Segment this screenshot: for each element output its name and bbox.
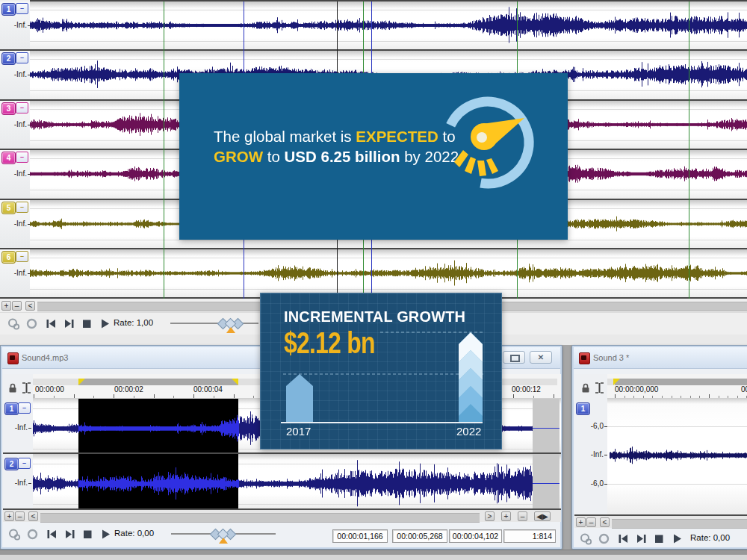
track-number-tab[interactable]: 6 bbox=[1, 251, 16, 264]
scroll-button-2[interactable]: – bbox=[586, 517, 596, 527]
minimize-track-button[interactable]: – bbox=[16, 152, 28, 163]
ruler-label: 00:00:00 bbox=[35, 385, 64, 393]
loop-start-marker[interactable] bbox=[613, 379, 620, 385]
growth-title: INCREMENTAL GROWTH bbox=[284, 308, 465, 326]
minimize-track-button[interactable]: – bbox=[16, 251, 28, 262]
track-zoom-button-1[interactable]: + bbox=[1, 301, 11, 311]
time-display-box: 00:00:05,268 bbox=[392, 529, 447, 543]
skip-end-button[interactable] bbox=[63, 317, 75, 330]
scroll-button-3[interactable]: < bbox=[28, 511, 38, 521]
timeline-ruler[interactable]: 00:00:00,00000:00:00,500 bbox=[607, 374, 747, 399]
market-text-segment: USD 6.25 billion bbox=[285, 148, 400, 165]
horizontal-scrollbar[interactable] bbox=[612, 519, 747, 529]
minimize-track-button[interactable]: – bbox=[18, 402, 31, 414]
market-text-segment: to bbox=[263, 148, 285, 165]
loop-region-bar[interactable] bbox=[615, 379, 747, 385]
skip-start-button[interactable] bbox=[46, 528, 58, 541]
ruler-label: 00:00:02 bbox=[114, 385, 143, 393]
track-header: 4–-Inf. bbox=[0, 150, 31, 198]
ruler-label: 00:00:12 bbox=[512, 385, 541, 393]
skip-start-button[interactable] bbox=[617, 532, 630, 545]
track-lane[interactable] bbox=[30, 249, 747, 297]
rate-marker-triangle[interactable] bbox=[226, 327, 235, 333]
record-button[interactable] bbox=[26, 528, 39, 541]
edit-marker-tool-icon[interactable] bbox=[594, 382, 605, 397]
scroll-button-1[interactable]: + bbox=[576, 517, 586, 527]
track-level-label: -Inf. bbox=[0, 169, 27, 178]
minimize-track-button[interactable]: – bbox=[16, 102, 28, 113]
lock-icon[interactable] bbox=[580, 382, 591, 397]
app-status-bar-lower bbox=[0, 555, 747, 560]
stop-button[interactable] bbox=[653, 532, 666, 545]
edit-marker-tool-icon[interactable] bbox=[21, 382, 32, 397]
track-number-tab[interactable]: 1 bbox=[576, 402, 590, 415]
track-level-label: -Inf. bbox=[0, 269, 27, 277]
waveform-sound4-track-2[interactable] bbox=[33, 460, 533, 508]
track-zoom-button-3[interactable]: < bbox=[25, 301, 35, 311]
track-number-tab[interactable]: 1 bbox=[4, 402, 19, 415]
loop-end-marker[interactable] bbox=[232, 379, 238, 385]
lock-icon[interactable] bbox=[7, 382, 18, 397]
stop-button[interactable] bbox=[81, 528, 94, 541]
axis-level-label: -6,0 bbox=[572, 422, 604, 430]
track-number-tab[interactable]: 2 bbox=[4, 458, 19, 470]
track-header: 6–-Inf. bbox=[0, 249, 31, 297]
market-overlay-panel: The global market is EXPECTED to GROW to… bbox=[179, 73, 568, 240]
record-ready-button[interactable] bbox=[8, 528, 21, 541]
track-header: 1–-Inf. bbox=[0, 1, 31, 49]
rate-slider-track[interactable] bbox=[170, 323, 258, 324]
track-row-1: 1–-Inf. bbox=[0, 1, 747, 51]
skip-end-button[interactable] bbox=[63, 528, 76, 541]
track-lane[interactable] bbox=[30, 1, 747, 49]
window-sound3: Sound 3 * 00:00:00,00000:00:00,5001-6,0-… bbox=[571, 345, 747, 550]
loop-region-bar[interactable] bbox=[78, 379, 238, 385]
play-button[interactable] bbox=[671, 532, 684, 545]
rate-marker-triangle[interactable] bbox=[219, 538, 228, 544]
horizontal-scrollbar[interactable] bbox=[40, 513, 480, 523]
record-button[interactable] bbox=[598, 532, 610, 545]
minimize-track-button[interactable]: – bbox=[16, 3, 28, 14]
scroll-button-3[interactable]: < bbox=[600, 517, 610, 527]
stop-button[interactable] bbox=[81, 317, 93, 330]
record-button[interactable] bbox=[25, 317, 38, 330]
zoom-button-2[interactable]: + bbox=[501, 511, 511, 521]
scroll-button-1[interactable]: + bbox=[4, 511, 14, 521]
skip-start-button[interactable] bbox=[45, 317, 58, 330]
market-text-segment: GROW bbox=[214, 148, 263, 165]
track-level-label: -Inf. bbox=[1, 423, 28, 432]
minimize-track-button[interactable]: – bbox=[18, 458, 31, 469]
bar-label-2017: 2017 bbox=[286, 425, 311, 438]
growth-value: $2.12 bn bbox=[284, 326, 375, 360]
minimize-track-button[interactable]: – bbox=[16, 202, 28, 213]
scroll-button-2[interactable]: – bbox=[15, 511, 25, 521]
zoom-button-3[interactable]: – bbox=[518, 511, 527, 521]
track-header: 2–-Inf. bbox=[0, 51, 31, 99]
zoom-button-1[interactable]: > bbox=[485, 511, 495, 521]
time-display-box: 00:00:01,166 bbox=[332, 529, 388, 543]
waveform-sound3-track-1[interactable] bbox=[610, 414, 747, 497]
track-zoom-button-2[interactable]: – bbox=[12, 301, 22, 311]
window-body: 00:00:00,00000:00:00,5001-6,0-Inf.-6,0+–… bbox=[572, 346, 747, 549]
play-button[interactable] bbox=[99, 528, 112, 541]
track-number-tab[interactable]: 1 bbox=[1, 3, 16, 16]
loop-start-marker[interactable] bbox=[78, 379, 85, 385]
time-display-box: 00:00:04,102 bbox=[449, 529, 502, 543]
track-number-tab[interactable]: 4 bbox=[1, 152, 16, 164]
record-ready-button[interactable] bbox=[7, 317, 20, 330]
track-level-label: -Inf. bbox=[1, 479, 28, 487]
track-number-tab[interactable]: 3 bbox=[1, 102, 16, 115]
waveform-track-6[interactable] bbox=[30, 254, 747, 293]
speedometer-icon bbox=[442, 88, 554, 202]
ruler-label: 00:00:00,500 bbox=[741, 385, 747, 393]
track-number-tab[interactable]: 5 bbox=[1, 202, 16, 214]
skip-end-button[interactable] bbox=[635, 532, 648, 545]
track-level-label: -Inf. bbox=[0, 220, 27, 228]
bar-2017 bbox=[286, 374, 313, 422]
play-button[interactable] bbox=[99, 317, 111, 330]
minimize-track-button[interactable]: – bbox=[16, 52, 28, 63]
zoom-button-4[interactable]: ◀▶ bbox=[534, 511, 551, 521]
waveform-track-1[interactable] bbox=[30, 6, 747, 45]
track-number-tab[interactable]: 2 bbox=[1, 52, 16, 65]
track-header: 5–-Inf. bbox=[0, 200, 31, 248]
record-ready-button[interactable] bbox=[580, 532, 592, 545]
